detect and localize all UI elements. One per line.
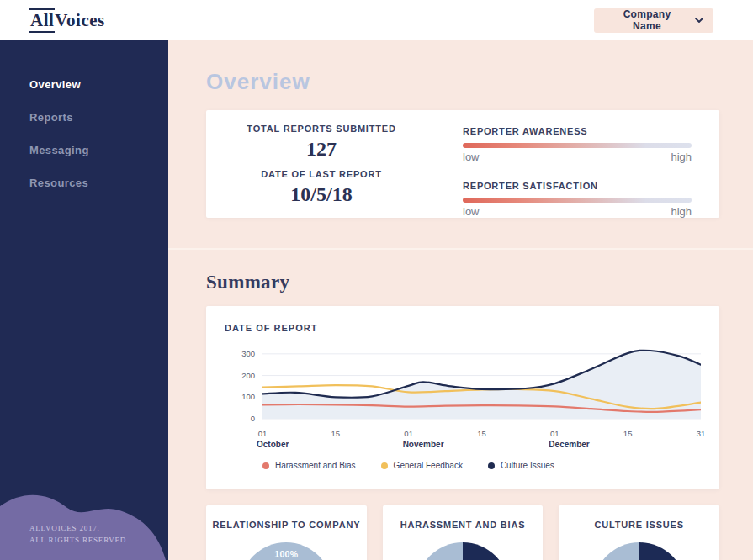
x-tick-label: 15: [623, 429, 633, 438]
x-axis-month-labels: OctoberNovemberDecember: [225, 439, 701, 451]
harassment-and-bias-card: HARASSMENT AND BIAS 20%: [383, 505, 544, 560]
legend-label: General Feedback: [394, 461, 463, 470]
relationship-to-company-card: RELATIONSHIP TO COMPANY 100%: [206, 505, 367, 560]
last-report-date-value: 10/5/18: [290, 183, 352, 206]
scale-high-label: high: [671, 205, 692, 218]
sidebar: Overview Reports Messaging Resources ALL…: [0, 40, 168, 560]
summary-section-title: Summary: [206, 272, 719, 293]
month-label: November: [403, 440, 444, 449]
legend-item: General Feedback: [381, 461, 463, 470]
purple-blob-decoration: [0, 471, 168, 560]
line-chart-plot: 0100200300: [225, 343, 701, 424]
svg-text:100: 100: [241, 392, 255, 401]
scale-high-label: high: [671, 151, 692, 163]
sidebar-item-messaging[interactable]: Messaging: [0, 134, 168, 166]
x-tick-label: 31: [697, 429, 706, 438]
scale-low-label: low: [463, 151, 480, 163]
company-name-dropdown[interactable]: Company Name: [594, 8, 713, 33]
copyright-line1: ALLVOICES 2017.: [29, 522, 129, 534]
reporter-satisfaction-label: REPORTER SATISFACTION: [463, 181, 692, 191]
legend-dot-icon: [381, 462, 388, 469]
chart-title: DATE OF REPORT: [225, 323, 701, 333]
donut-card-title: CULTURE ISSUES: [559, 520, 719, 530]
reporter-satisfaction-meter: REPORTER SATISFACTION low high: [463, 181, 692, 218]
sidebar-nav: Overview Reports Messaging Resources: [0, 40, 168, 199]
overview-stats-card: TOTAL REPORTS SUBMITTED 127 DATE OF LAST…: [206, 110, 719, 218]
reporter-awareness-meter: REPORTER AWARENESS low high: [463, 126, 692, 163]
donut-card-title: HARASSMENT AND BIAS: [383, 520, 544, 530]
donut-percent-label: 100%: [274, 549, 298, 559]
chart-legend: Harassment and BiasGeneral FeedbackCultu…: [225, 461, 701, 470]
main-content: Overview TOTAL REPORTS SUBMITTED 127 DAT…: [168, 40, 753, 560]
legend-label: Culture Issues: [501, 461, 554, 470]
month-label: December: [549, 440, 589, 449]
legend-item: Harassment and Bias: [262, 461, 356, 470]
sidebar-item-overview[interactable]: Overview: [0, 68, 168, 101]
culture-issues-donut: 20%: [593, 542, 686, 560]
sidebar-item-reports[interactable]: Reports: [0, 101, 168, 134]
company-name-label: Company Name: [607, 8, 687, 32]
legend-dot-icon: [488, 462, 495, 469]
meters-column: REPORTER AWARENESS low high REPORTER SAT…: [437, 110, 719, 218]
section-divider: [168, 248, 753, 250]
date-of-report-chart-card: DATE OF REPORT 0100200300 01150115011531…: [206, 306, 719, 489]
month-label: October: [257, 440, 289, 449]
x-tick-label: 15: [331, 429, 341, 438]
donut-card-title: RELATIONSHIP TO COMPANY: [206, 520, 367, 530]
top-header: AllVoices Company Name: [0, 0, 753, 40]
copyright-line2: ALL RIGHTS RESERVED.: [29, 534, 129, 546]
logo-all-text: All: [29, 8, 55, 33]
relationship-to-company-donut: 100%: [240, 542, 332, 560]
donut-cards-row: RELATIONSHIP TO COMPANY 100% HARASSMENT …: [206, 505, 719, 560]
meter-scale: low high: [463, 151, 692, 163]
legend-item: Culture Issues: [488, 461, 554, 470]
meter-scale: low high: [463, 205, 692, 218]
logo-voices-text: Voices: [55, 10, 104, 30]
total-reports-label: TOTAL REPORTS SUBMITTED: [246, 123, 397, 135]
page-title: Overview: [206, 69, 719, 95]
culture-issues-card: CULTURE ISSUES 20%: [559, 505, 719, 560]
copyright-text: ALLVOICES 2017. ALL RIGHTS RESERVED.: [29, 522, 129, 546]
x-tick-label: 01: [550, 429, 559, 438]
x-tick-label: 01: [258, 429, 268, 438]
svg-text:0: 0: [251, 414, 255, 423]
harassment-and-bias-donut: 20%: [416, 542, 509, 560]
svg-text:200: 200: [241, 371, 255, 380]
x-tick-label: 01: [404, 429, 413, 438]
scale-low-label: low: [463, 205, 480, 218]
reporter-satisfaction-bar: [463, 198, 692, 203]
line-chart: 0100200300 01150115011531 OctoberNovembe…: [225, 343, 701, 470]
reporter-awareness-label: REPORTER AWARENESS: [463, 126, 692, 136]
last-report-date-label: DATE OF LAST REPORT: [246, 168, 397, 181]
total-reports-value: 127: [306, 138, 337, 161]
reporter-awareness-bar: [463, 143, 692, 148]
legend-dot-icon: [262, 462, 269, 469]
chevron-down-icon: [695, 18, 703, 23]
sidebar-item-resources[interactable]: Resources: [0, 166, 168, 199]
stats-column: TOTAL REPORTS SUBMITTED 127 DATE OF LAST…: [206, 110, 437, 218]
allvoices-logo: AllVoices: [29, 10, 105, 31]
svg-text:300: 300: [241, 349, 255, 358]
x-axis-tick-labels: 01150115011531: [225, 427, 701, 439]
x-tick-label: 15: [477, 429, 486, 438]
legend-label: Harassment and Bias: [275, 461, 356, 470]
